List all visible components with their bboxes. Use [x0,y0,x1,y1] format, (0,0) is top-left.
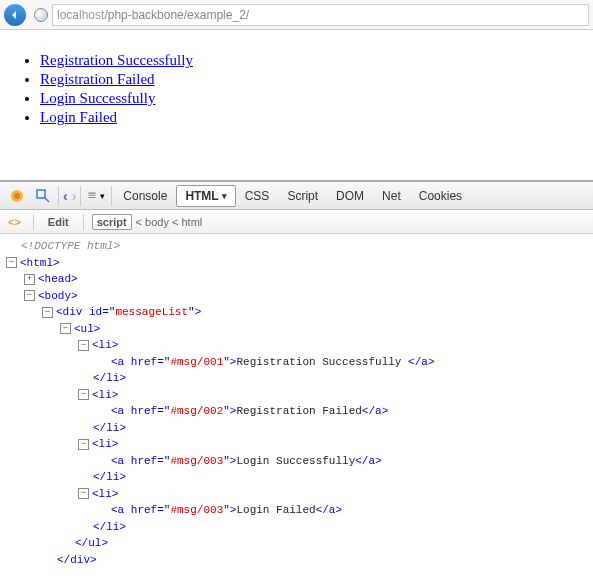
history-back-icon[interactable]: ‹ [61,188,70,204]
text-node[interactable]: Registration Successfully [236,356,408,368]
text-node[interactable]: Login Successfully [236,455,355,467]
svg-point-1 [14,193,20,199]
list-item: Login Successfully [40,90,583,107]
firebug-icon[interactable] [8,187,26,205]
message-link[interactable]: Registration Failed [40,71,155,87]
list-item: Login Failed [40,109,583,126]
break-icon[interactable]: <> [4,216,25,228]
tag-ul[interactable]: <ul> [74,323,100,335]
twisty-icon[interactable]: + [24,274,35,285]
list-item: Registration Failed [40,71,583,88]
edit-button[interactable]: Edit [42,216,75,228]
twisty-icon[interactable]: − [78,439,89,450]
tag-li-close[interactable]: </li> [93,422,126,434]
tag-li[interactable]: <li> [92,389,118,401]
url-path: /php-backbone/example_2/ [104,8,249,22]
tag-html[interactable]: <html> [20,257,60,269]
tab-console[interactable]: Console [114,185,176,207]
tag-a[interactable]: <a href="#msg/003"> [111,504,236,516]
tag-a[interactable]: <a href="#msg/001"> [111,356,236,368]
twisty-icon[interactable]: − [78,389,89,400]
text-node[interactable]: Registration Failed [236,405,361,417]
back-button[interactable] [4,4,26,26]
separator [80,186,81,206]
twisty-icon[interactable]: − [6,257,17,268]
message-list: Registration Successfully Registration F… [40,52,583,126]
breadcrumb-rest[interactable]: < body < html [136,215,203,229]
browser-nav-bar: localhost/php-backbone/example_2/ [0,0,593,30]
tab-cookies[interactable]: Cookies [410,185,471,207]
svg-rect-2 [37,190,45,198]
list-item: Registration Successfully [40,52,583,69]
tab-css[interactable]: CSS [236,185,279,207]
message-link[interactable]: Login Failed [40,109,117,125]
tab-html-label: HTML [185,189,218,203]
tab-script[interactable]: Script [278,185,327,207]
devtools-panel: ‹ › ▾ Console HTML▾ CSS Script DOM Net C… [0,180,593,572]
tag-li-close[interactable]: </li> [93,521,126,533]
address-bar[interactable]: localhost/php-backbone/example_2/ [52,4,589,26]
text-node[interactable]: Login Failed [236,504,315,516]
twisty-icon[interactable]: − [24,290,35,301]
chevron-down-icon: ▾ [222,191,227,201]
tag-a[interactable]: <a href="#msg/003"> [111,455,236,467]
breadcrumb-current[interactable]: script [92,214,132,230]
devtools-toolbar: ‹ › ▾ Console HTML▾ CSS Script DOM Net C… [0,182,593,210]
tab-dom[interactable]: DOM [327,185,373,207]
tag-head[interactable]: <head> [38,273,78,285]
menu-icon[interactable]: ▾ [87,187,105,205]
separator [58,186,59,206]
tag-div-close[interactable]: </div> [57,554,97,566]
twisty-icon[interactable]: − [42,307,53,318]
twisty-icon[interactable]: − [78,340,89,351]
url-host: localhost [57,8,104,22]
chevron-down-icon: ▾ [100,191,105,201]
tab-html[interactable]: HTML▾ [176,185,235,207]
tag-li-close[interactable]: </li> [93,372,126,384]
devtools-subbar: <> Edit script < body < html [0,210,593,234]
page-content: Registration Successfully Registration F… [0,30,593,180]
html-tree[interactable]: <!DOCTYPE html> −<html> +<head> −<body> … [0,234,593,572]
tab-net[interactable]: Net [373,185,410,207]
site-icon [34,8,48,22]
tag-div[interactable]: <div id="messageList"> [56,306,201,318]
separator [83,214,84,230]
message-link[interactable]: Registration Successfully [40,52,193,68]
inspect-icon[interactable] [34,187,52,205]
tag-li[interactable]: <li> [92,438,118,450]
twisty-icon[interactable]: − [78,488,89,499]
tag-li[interactable]: <li> [92,339,118,351]
twisty-icon[interactable]: − [60,323,71,334]
tag-a[interactable]: <a href="#msg/002"> [111,405,236,417]
tag-body[interactable]: <body> [38,290,78,302]
tag-ul-close[interactable]: </ul> [75,537,108,549]
tag-li[interactable]: <li> [92,488,118,500]
separator [33,214,34,230]
separator [111,186,112,206]
tag-li-close[interactable]: </li> [93,471,126,483]
doctype-node: <!DOCTYPE html> [21,240,120,252]
history-forward-icon[interactable]: › [70,188,79,204]
message-link[interactable]: Login Successfully [40,90,155,106]
